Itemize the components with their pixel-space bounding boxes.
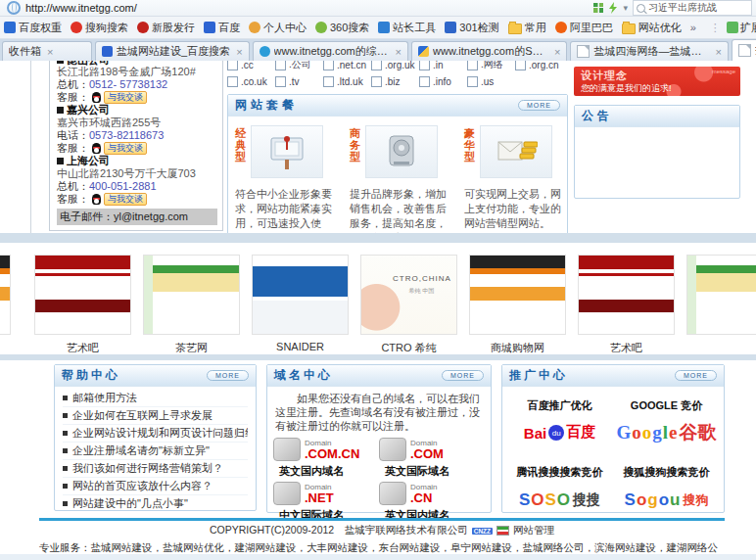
checkbox[interactable] — [419, 61, 430, 70]
checkbox[interactable] — [323, 61, 334, 70]
package-item[interactable]: 豪华型可实现网上交易，网上支付功能，专业的网站营销型网站。 — [464, 125, 570, 246]
url-text[interactable]: http://www.itnetgg.com/ — [25, 2, 137, 14]
chevron-down-icon[interactable]: ▾ — [623, 4, 628, 13]
promo-item[interactable]: 搜狐搜狗搜索竞价Sogou搜狗 — [613, 465, 720, 508]
domain-check-item: .co.uk — [227, 76, 275, 87]
bookmark-item[interactable]: 360搜索 — [315, 21, 369, 35]
tab-close-icon[interactable]: × — [554, 46, 560, 58]
package-top: 经典型 — [235, 125, 341, 178]
company-address: 长江北路198号金威广场120# — [57, 66, 217, 78]
search-box[interactable]: 习近平出席抗战 — [633, 0, 752, 16]
checkbox[interactable] — [467, 61, 478, 70]
domain-check-item: .org.cn — [515, 61, 563, 71]
chat-with-me-badge[interactable]: 与我交谈 — [104, 142, 147, 155]
showcase-item[interactable] — [687, 256, 756, 334]
website-thumbnail — [35, 256, 130, 334]
domain-item[interactable]: Domain.CN英文国内域名 — [379, 482, 485, 523]
help-more-button[interactable]: MORE — [207, 370, 249, 381]
service-row: 客服：与我交谈 — [57, 142, 217, 155]
checkbox[interactable] — [515, 61, 526, 70]
help-link[interactable]: 企业注册域名请勿"标新立异" — [63, 443, 248, 460]
tab-1[interactable]: 收件箱× — [2, 41, 92, 61]
domain-item[interactable]: Domain.NET中文国际域名 — [273, 482, 379, 523]
promo-item[interactable]: GOOGLE 竞价Google谷歌 — [613, 398, 720, 442]
bookmark-item[interactable]: 新股发行 — [137, 21, 195, 35]
tab-4[interactable]: www.itnetgg.com的SEO综合查× — [411, 41, 567, 61]
chat-with-me-badge[interactable]: 与我交谈 — [104, 91, 147, 104]
domain-check-item: .网络 — [467, 61, 515, 71]
showcase-item[interactable]: 茶艺网 — [144, 256, 239, 354]
service-label: 客服： — [57, 91, 89, 104]
design-concept-banner[interactable]: message 设计理念 您的满意是我们的追求! — [574, 67, 740, 96]
cnzz-badge[interactable]: CNZZ — [472, 528, 493, 535]
help-link[interactable]: 网站的首页应该放什么内容？ — [63, 478, 248, 495]
help-link[interactable]: 网站建设中的"几点小事" — [63, 495, 248, 512]
site-manage-link[interactable]: 网站管理 — [513, 524, 554, 537]
bookmarks-bar: 百度权重搜狗搜索新股发行百度个人中心360搜索站长工具301检测常用阿里巴巴网站… — [0, 17, 756, 39]
checkbox[interactable] — [227, 76, 238, 87]
bookmark-item[interactable]: 常用 — [508, 21, 546, 35]
bookmark-item[interactable]: 阿里巴巴 — [555, 21, 613, 35]
tab-3[interactable]: www.itnetgg.com的综合查询× — [253, 41, 408, 61]
package-item[interactable]: 经典型符合中小企业形象要求，网站功能紧凑实用，可迅速投入使用。 — [235, 125, 341, 246]
checkbox[interactable] — [467, 76, 478, 87]
tab-close-icon[interactable]: × — [396, 46, 402, 58]
bookmark-label: 搜狗搜索 — [85, 21, 128, 35]
promo-item[interactable]: 腾讯搜搜搜索竞价SOSO搜搜 — [506, 465, 613, 508]
checkbox[interactable] — [371, 76, 382, 87]
domain-check-item: .公司 — [275, 61, 323, 71]
tab-close-icon[interactable]: × — [47, 46, 53, 58]
help-link[interactable]: 邮箱使用方法 — [63, 390, 248, 407]
packages-more-button[interactable]: MORE — [518, 100, 560, 111]
tab-close-icon[interactable]: × — [715, 46, 721, 58]
promo-more-button[interactable]: MORE — [675, 370, 717, 381]
help-link[interactable]: 企业网站设计规划和网页设计问题归纳 — [63, 425, 248, 443]
tab-6[interactable]: 盐城网站建设，× — [732, 39, 756, 61]
promo-item[interactable]: 百度推广优化Baidu百度 — [506, 398, 613, 442]
checkbox[interactable] — [275, 61, 286, 70]
thumbnail-overlay-text: 希纯 中国 — [409, 287, 435, 296]
lightning-icon[interactable] — [608, 2, 618, 14]
bookmark-item[interactable]: 站长工具 — [378, 21, 436, 35]
website-thumbnail — [579, 256, 674, 334]
chat-with-me-badge[interactable]: 与我交谈 — [104, 193, 147, 206]
bookmark-item[interactable]: 个人中心 — [249, 21, 307, 35]
tab-2[interactable]: 盐城网站建设_百度搜索× — [95, 41, 250, 61]
bookmark-item[interactable]: 301检测 — [445, 21, 498, 35]
phone-label: 电话： — [57, 129, 89, 141]
checkbox[interactable] — [323, 76, 334, 87]
domain-item[interactable]: Domain.COM.CN英文国内域名 — [273, 438, 379, 479]
website-thumbnail — [470, 256, 565, 334]
help-link[interactable]: 我们该如何进行网络营销策划？ — [63, 460, 248, 478]
showcase-item[interactable]: SNAIDER — [253, 256, 348, 352]
showcase-item[interactable] — [0, 256, 10, 334]
promo-item-label: 腾讯搜搜搜索竞价 — [506, 465, 613, 480]
package-item[interactable]: 商务型提升品牌形象，增加销售机会，改善售后服务，提高知名度，增强竞争力 — [350, 125, 455, 246]
checkbox[interactable] — [275, 76, 286, 87]
checkbox[interactable] — [419, 76, 430, 87]
checkbox-label: .org.uk — [385, 61, 415, 70]
package-top: 豪华型 — [464, 125, 570, 178]
checkbox[interactable] — [227, 61, 238, 70]
showcase-item[interactable]: 艺术吧 — [579, 256, 674, 354]
bookmarks-overflow-chevron[interactable]: » — [690, 22, 696, 33]
checkbox[interactable] — [371, 61, 382, 70]
showcase-item[interactable]: 商城购物网 — [470, 256, 565, 354]
toolbar-control-扩展[interactable]: 扩展▾ — [727, 21, 756, 35]
tab-label: www.itnetgg.com的综合查询 — [274, 44, 390, 59]
bookmark-item[interactable]: 网站优化 — [622, 21, 682, 35]
domain-more-button[interactable]: MORE — [442, 370, 484, 381]
globe-icon — [7, 1, 21, 15]
tab-5[interactable]: 盐城四海网络—盐城网络公司× — [570, 41, 728, 61]
extensions-grid-icon[interactable] — [593, 3, 603, 13]
webmaster-tools-icon — [378, 22, 390, 33]
bookmark-item[interactable]: 搜狗搜索 — [71, 21, 128, 35]
bookmark-item[interactable]: 百度 — [204, 21, 240, 35]
domain-item[interactable]: Domain.COM英文国际域名 — [379, 438, 485, 479]
showcase-item[interactable]: CTRO,CHINA希纯 中国CTRO 希纯 — [361, 256, 456, 354]
company-phone: 总机：400-051-2881 — [57, 180, 217, 193]
tab-close-icon[interactable]: × — [236, 46, 242, 58]
help-link[interactable]: 企业如何在互联网上寻求发展 — [63, 407, 248, 425]
bookmark-item[interactable]: 百度权重 — [4, 21, 62, 35]
showcase-item[interactable]: 艺术吧 — [35, 256, 130, 354]
